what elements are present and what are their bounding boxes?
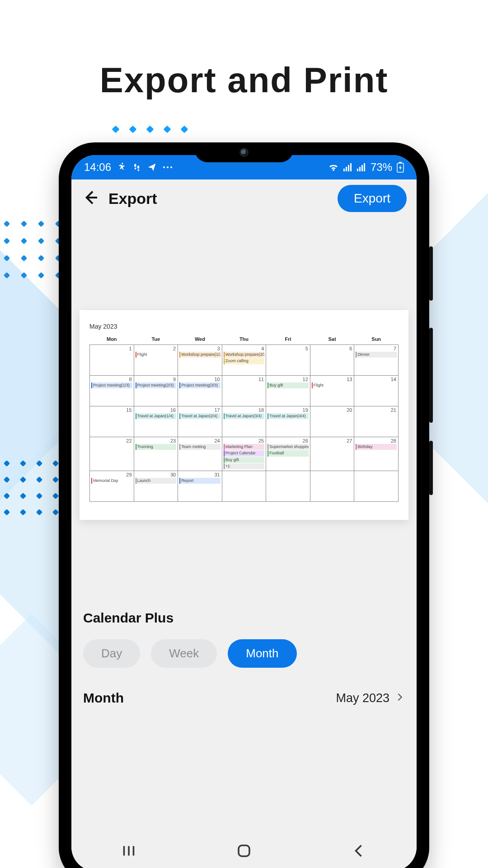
phone-notch [194, 142, 294, 162]
calendar-cell: 7Dinner [354, 345, 399, 376]
svg-rect-4 [346, 167, 347, 171]
calendar-cell: 29Memorial Day [90, 471, 134, 502]
calendar-cell: 27 [310, 437, 354, 471]
event-chip: Flight [312, 382, 353, 388]
export-button[interactable]: Export [338, 185, 407, 212]
calendar-cell: 20 [310, 406, 354, 437]
view-tab-day[interactable]: Day [83, 639, 140, 668]
event-chip: Workshop prepare(2/2) [224, 352, 265, 358]
calendar-cell: 28Birthday [354, 437, 399, 471]
svg-rect-7 [357, 169, 358, 171]
back-arrow-icon[interactable] [81, 189, 99, 208]
event-chip: +1 [224, 463, 265, 469]
calendar-cell: 22 [90, 437, 134, 471]
calendar-cell: 23Trunning [134, 437, 178, 471]
signal-icon-2 [357, 163, 366, 171]
event-chip: Project Calendar [224, 450, 265, 456]
calendar-cell: 13Flight [310, 376, 354, 406]
calendar-cell: 14 [354, 376, 399, 406]
calendar-cell: 30Launch [134, 471, 178, 502]
calendar-cell: 15 [90, 406, 134, 437]
event-chip: Report [179, 478, 221, 484]
calendar-cell: 31Report [178, 471, 222, 502]
recents-icon[interactable] [121, 843, 137, 859]
weekday-header: Sun [354, 335, 399, 345]
running-icon [117, 163, 127, 172]
event-chip: Launch [136, 478, 177, 484]
calendar-cell [222, 471, 266, 502]
event-chip: Team metting [179, 444, 221, 450]
calendar-cell: 4Workshop prepare(2/2)Zoom calling [222, 345, 266, 376]
calendar-cell: 6 [310, 345, 354, 376]
month-row-label: Month [83, 690, 124, 706]
calendar-cell: 8Project meeting(1/3) [90, 376, 134, 406]
event-chip: Football [267, 450, 309, 456]
calendar-cell [354, 471, 399, 502]
page-heading: Export and Print [0, 0, 488, 101]
calendar-cell [266, 471, 310, 502]
calendar-cell: 25Marketing PlanProject CalendarBuy gift… [222, 437, 266, 471]
view-tab-month[interactable]: Month [228, 639, 296, 668]
svg-rect-8 [359, 167, 361, 171]
event-chip: Buy gift [224, 457, 265, 463]
svg-rect-12 [399, 162, 402, 163]
calendar-cell: 26Supermarket shoppingFootball [266, 437, 310, 471]
weekday-header: Wed [178, 335, 222, 345]
calendar-cell: 3Workshop prepare(1/2) [178, 345, 222, 376]
svg-rect-6 [350, 163, 352, 171]
calendar-cell: 5 [266, 345, 310, 376]
event-chip: Travel at Japan(2/4) [179, 413, 221, 419]
back-softkey-icon[interactable] [351, 843, 367, 859]
weekday-header: Tue [134, 335, 178, 345]
preview-month-label: May 2023 [89, 323, 399, 330]
section-title: Calendar Plus [71, 610, 417, 626]
calendar-cell [310, 471, 354, 502]
event-chip: Workshop prepare(1/2) [179, 352, 221, 358]
event-chip: Birthday [356, 444, 397, 450]
calendar-cell: 17Travel at Japan(2/4) [178, 406, 222, 437]
svg-point-2 [170, 166, 172, 168]
calendar-cell: 21 [354, 406, 399, 437]
event-chip: Buy gift [267, 382, 309, 388]
view-tab-week[interactable]: Week [151, 639, 217, 668]
event-chip: Dinner [356, 352, 397, 358]
page-title: Export [108, 190, 157, 208]
event-chip: Travel at Japan(4/4) [267, 413, 309, 419]
svg-rect-9 [361, 165, 363, 171]
svg-rect-10 [364, 163, 365, 171]
event-chip: Marketing Plan [224, 444, 265, 450]
calendar-cell: 16Travel at Japan(1/4) [134, 406, 178, 437]
calendar-cell: 10Project meeting(3/3) [178, 376, 222, 406]
svg-rect-13 [239, 845, 249, 856]
camera-icon [239, 148, 249, 157]
month-selector-row[interactable]: Month May 2023 [71, 681, 417, 715]
calendar-cell: 18Travel at Japan(3/4) [222, 406, 266, 437]
event-chip: Project meeting(2/3) [136, 382, 177, 388]
month-row-value: May 2023 [336, 691, 389, 705]
svg-point-0 [163, 166, 165, 168]
calendar-preview: May 2023 MonTueWedThuFriSatSun 12Flight3… [80, 310, 408, 520]
paper-plane-icon [147, 163, 156, 172]
chevron-right-icon [395, 691, 405, 705]
calendar-cell: 24Team metting [178, 437, 222, 471]
svg-rect-5 [348, 165, 349, 171]
svg-rect-3 [343, 169, 345, 171]
home-icon[interactable] [236, 843, 252, 859]
weekday-header: Sat [310, 335, 354, 345]
event-chip: Trunning [136, 444, 177, 450]
phone-frame: 14:06 73% Export Export May 2023 [59, 142, 429, 868]
app-header: Export Export [71, 179, 417, 217]
status-battery-text: 73% [371, 161, 392, 174]
calendar-cell: 11 [222, 376, 266, 406]
calendar-cell: 9Project meeting(2/3) [134, 376, 178, 406]
event-chip: Flight [136, 352, 177, 358]
event-chip: Memorial Day [91, 478, 132, 484]
calendar-grid: MonTueWedThuFriSatSun 12Flight3Workshop … [89, 335, 399, 502]
weekday-header: Mon [90, 335, 134, 345]
event-chip: Project meeting(1/3) [91, 382, 132, 388]
weekday-header: Fri [266, 335, 310, 345]
status-time: 14:06 [84, 161, 111, 174]
steps-icon [133, 163, 141, 172]
event-chip: Zoom calling [224, 358, 265, 364]
event-chip: Travel at Japan(3/4) [224, 413, 265, 419]
